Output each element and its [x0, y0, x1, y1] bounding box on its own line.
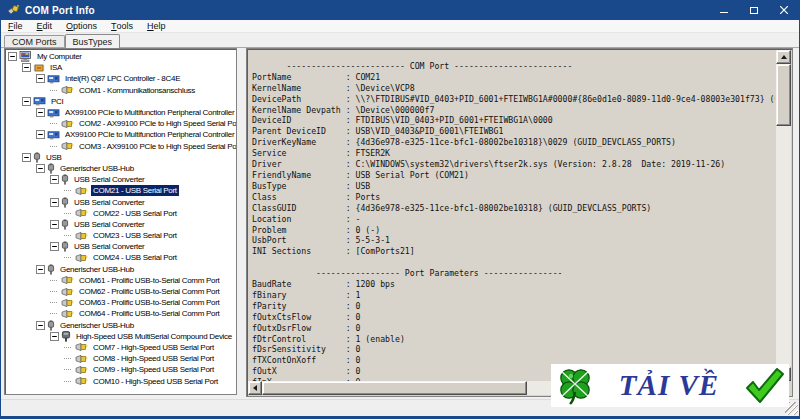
serial-port-icon [61, 309, 74, 319]
tree-collapse-icon[interactable] [22, 153, 31, 162]
serial-port-icon [75, 342, 88, 352]
tree-node-label[interactable]: COM21 - USB Serial Port [91, 185, 179, 196]
tree-node-label[interactable]: COM3 - AX99100 PCIe to High Speed Serial… [77, 141, 237, 152]
tree-connector-line [64, 257, 71, 258]
tree-node-label[interactable]: USB Serial Converter [72, 174, 146, 185]
tree-node-label[interactable]: PCI [49, 96, 65, 107]
tree-row: PCI [5, 96, 236, 107]
close-button[interactable] [769, 0, 799, 20]
tree-node-label[interactable]: COM9 - High-Speed USB Serial Port [91, 364, 216, 375]
tree-node-label[interactable]: COM7 - High-Speed USB Serial Port [91, 342, 216, 353]
maximize-button[interactable] [739, 0, 769, 20]
horizontal-scroll-thumb[interactable] [262, 381, 527, 395]
tree-node-label[interactable]: COM63 - Prolific USB-to-Serial Comm Port [77, 297, 221, 308]
minimize-button[interactable] [709, 0, 739, 20]
tree-row: COM8 - High-Speed USB Serial Port [5, 353, 236, 364]
tree-node-label[interactable]: COM62 - Prolific USB-to-Serial Comm Port [77, 286, 221, 297]
menu-tools[interactable]: Tools [104, 20, 140, 32]
tree-collapse-icon[interactable] [50, 175, 59, 184]
tree-connector-line [64, 213, 71, 214]
tree-node-label[interactable]: COM22 - USB Serial Port [91, 208, 179, 219]
tree-collapse-icon[interactable] [36, 130, 45, 139]
tree-collapse-icon[interactable] [36, 265, 45, 274]
vertical-scroll-thumb[interactable] [776, 64, 791, 126]
tree-row: Generischer USB-Hub [5, 320, 236, 331]
tab-strip: COM PortsBusTypes [1, 34, 799, 48]
tree-collapse-icon[interactable] [36, 164, 45, 173]
panel-splitter[interactable] [237, 48, 246, 397]
tree-collapse-icon[interactable] [22, 97, 31, 106]
usb-plug-icon [47, 264, 55, 275]
tree-node-label[interactable]: COM23 - USB Serial Port [91, 230, 179, 241]
tree-node-label[interactable]: AX99100 PCIe to Multifunction Peripheral… [63, 129, 236, 140]
tree-row: COM23 - USB Serial Port [5, 230, 236, 241]
tree-node-label[interactable]: COM8 - High-Speed USB Serial Port [91, 353, 216, 364]
menu-edit[interactable]: Edit [30, 20, 60, 32]
tree-collapse-icon[interactable] [50, 332, 59, 341]
tree-row: USB Serial Converter [5, 219, 236, 230]
tree-row: My Computer [5, 51, 236, 62]
tree-node-label[interactable]: Generischer USB-Hub [58, 320, 136, 331]
tree-collapse-icon[interactable] [36, 74, 45, 83]
app-icon [7, 4, 20, 16]
tree-collapse-icon[interactable] [22, 63, 31, 72]
tree-row: COM3 - AX99100 PCIe to High Speed Serial… [5, 141, 236, 152]
tree-node-label[interactable]: Generischer USB-Hub [58, 264, 136, 275]
tree-row: USB Serial Converter [5, 174, 236, 185]
tree-collapse-icon[interactable] [36, 321, 45, 330]
tree-node-label[interactable]: COM10 - High-Speed USB Serial Port [91, 376, 220, 387]
tree-node-label[interactable]: Generischer USB-Hub [58, 163, 136, 174]
tree-collapse-icon[interactable] [50, 242, 59, 251]
my-computer-icon [19, 51, 32, 62]
tree-node-label[interactable]: COM61 - Prolific USB-to-Serial Comm Port [77, 275, 221, 286]
vertical-scrollbar[interactable] [776, 50, 791, 381]
tree-node-label[interactable]: ISA [48, 62, 64, 73]
tree-node-label[interactable]: USB [44, 152, 64, 163]
serial-port-icon [75, 208, 88, 218]
tree-row: COM64 - Prolific USB-to-Serial Comm Port [5, 308, 236, 319]
port-info-text: ------------------------ COM Port ------… [249, 50, 775, 381]
serial-port-icon [61, 141, 74, 151]
tree-row: COM10 - High-Speed USB Serial Port [5, 375, 236, 386]
menu-file[interactable]: File [1, 20, 30, 32]
scroll-left-button[interactable] [248, 381, 262, 395]
usb-plug-icon [61, 219, 69, 230]
tree-node-label[interactable]: High-Speed USB MultiSerial Compound Devi… [74, 331, 234, 342]
tree-collapse-icon[interactable] [8, 52, 17, 61]
tree-collapse-icon[interactable] [50, 198, 59, 207]
tree-node-label[interactable]: USB Serial Converter [72, 241, 146, 252]
tree-node-label[interactable]: COM1 - Kommunikationsanschluss [77, 85, 197, 96]
tree-node-label[interactable]: COM2 - AX99100 PCIe to High Speed Serial… [77, 118, 237, 129]
tree-node-label[interactable]: Intel(R) Q87 LPC Controller - 8C4E [63, 73, 182, 84]
expansion-card-icon [47, 130, 60, 140]
menu-options[interactable]: Options [59, 20, 104, 32]
menu-help[interactable]: Help [140, 20, 173, 32]
serial-port-icon [75, 253, 88, 263]
tree-connector-line [50, 302, 57, 303]
titlebar[interactable]: COM Port Info [1, 0, 799, 20]
serial-port-icon [61, 275, 74, 285]
tab-bustypes[interactable]: BusTypes [65, 34, 121, 48]
tree-node-label[interactable]: COM24 - USB Serial Port [91, 252, 179, 263]
tree-node-label[interactable]: USB Serial Converter [72, 197, 146, 208]
expansion-card-icon [33, 96, 46, 106]
tree-collapse-icon[interactable] [50, 220, 59, 229]
scroll-up-button[interactable] [776, 50, 791, 64]
tree-connector-line [64, 369, 71, 370]
usb-plug-icon [61, 197, 69, 208]
serial-port-icon [75, 231, 88, 241]
tree-row: COM62 - Prolific USB-to-Serial Comm Port [5, 286, 236, 297]
tree-connector-line [50, 90, 57, 91]
tree-row: COM61 - Prolific USB-to-Serial Comm Port [5, 275, 236, 286]
tree-connector-line [50, 123, 57, 124]
tree-node-label[interactable]: AX99100 PCIe to Multifunction Peripheral… [63, 107, 236, 118]
tree-node-label[interactable]: My Computer [35, 51, 84, 62]
tree-node-label[interactable]: USB Serial Converter [72, 219, 146, 230]
tree-node-label[interactable]: COM64 - Prolific USB-to-Serial Comm Port [77, 308, 221, 319]
scroll-up-icon [781, 55, 787, 59]
tree-collapse-icon[interactable] [36, 108, 45, 117]
tree-row: COM24 - USB Serial Port [5, 252, 236, 263]
watermark-text: TẢI VỀ [619, 369, 719, 402]
clover-icon [556, 366, 594, 406]
tab-com-ports[interactable]: COM Ports [4, 35, 65, 47]
